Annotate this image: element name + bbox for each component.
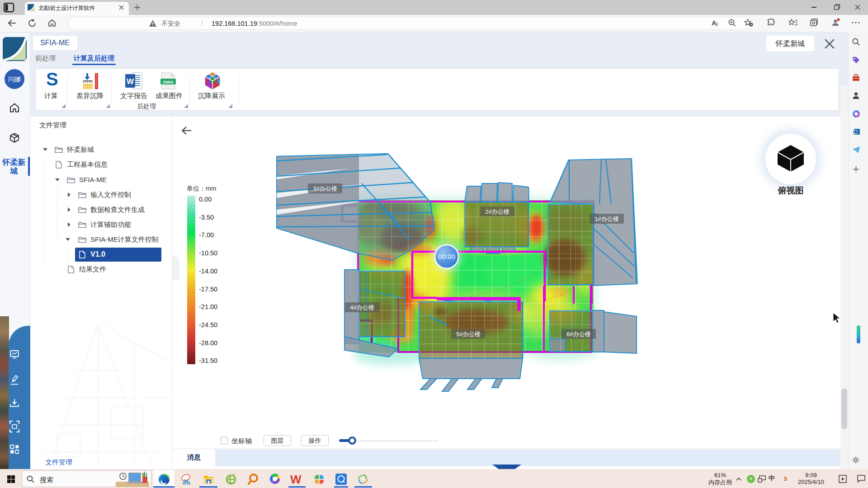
svg-text:00:00: 00:00 [438,253,455,260]
svg-text:2#办公楼: 2#办公楼 [485,208,509,215]
svg-text:单位：mm: 单位：mm [187,185,216,192]
svg-text:1#办公楼: 1#办公楼 [594,216,618,222]
svg-text:-14.00: -14.00 [199,267,217,275]
svg-text:W: W [127,77,134,86]
svg-text:6#办公楼: 6#办公楼 [566,331,590,338]
svg-text:-28.00: -28.00 [199,339,217,347]
svg-text:3#办公楼: 3#办公楼 [313,185,337,192]
svg-text:-3.50: -3.50 [199,214,214,221]
svg-text:0.00: 0.00 [199,196,212,203]
svg-text:俯视图: 俯视图 [778,186,804,195]
svg-text:-31.50: -31.50 [199,357,217,364]
svg-text:-17.50: -17.50 [199,286,217,293]
svg-text:-10.50: -10.50 [199,249,217,257]
svg-text:-7.00: -7.00 [199,231,214,239]
svg-text:-21.00: -21.00 [199,303,217,310]
svg-text:5#办公楼: 5#办公楼 [456,331,480,338]
svg-text:DWG: DWG [163,80,173,84]
svg-text:4#办公楼: 4#办公楼 [350,304,374,311]
svg-text:-24.50: -24.50 [199,321,217,328]
